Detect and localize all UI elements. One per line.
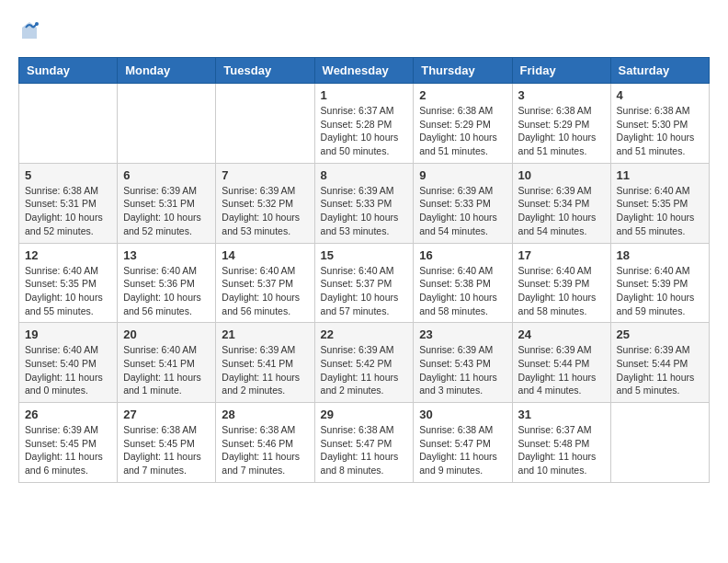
day-info: Sunrise: 6:37 AM Sunset: 5:28 PM Dayligh… — [321, 104, 408, 158]
calendar-cell: 16Sunrise: 6:40 AM Sunset: 5:38 PM Dayli… — [414, 243, 512, 323]
calendar-cell: 22Sunrise: 6:39 AM Sunset: 5:42 PM Dayli… — [314, 323, 414, 403]
day-info: Sunrise: 6:39 AM Sunset: 5:43 PM Dayligh… — [419, 343, 506, 397]
calendar-cell: 4Sunrise: 6:38 AM Sunset: 5:30 PM Daylig… — [610, 84, 709, 164]
day-info: Sunrise: 6:38 AM Sunset: 5:29 PM Dayligh… — [419, 104, 506, 158]
calendar-cell: 29Sunrise: 6:38 AM Sunset: 5:47 PM Dayli… — [314, 403, 414, 483]
day-info: Sunrise: 6:39 AM Sunset: 5:34 PM Dayligh… — [518, 184, 605, 238]
logo — [18, 18, 46, 42]
day-number: 19 — [25, 327, 111, 341]
calendar-cell: 6Sunrise: 6:39 AM Sunset: 5:31 PM Daylig… — [118, 163, 216, 243]
calendar-cell: 19Sunrise: 6:40 AM Sunset: 5:40 PM Dayli… — [19, 323, 118, 403]
day-number: 26 — [25, 408, 111, 421]
day-info: Sunrise: 6:38 AM Sunset: 5:29 PM Dayligh… — [518, 104, 605, 158]
calendar-cell: 13Sunrise: 6:40 AM Sunset: 5:36 PM Dayli… — [118, 243, 216, 323]
day-number: 28 — [222, 408, 308, 421]
week-row-3: 12Sunrise: 6:40 AM Sunset: 5:35 PM Dayli… — [19, 243, 710, 323]
calendar-cell — [216, 84, 314, 164]
weekday-header-wednesday: Wednesday — [314, 58, 414, 84]
calendar-cell: 31Sunrise: 6:37 AM Sunset: 5:48 PM Dayli… — [512, 403, 610, 483]
day-info: Sunrise: 6:40 AM Sunset: 5:37 PM Dayligh… — [321, 264, 408, 318]
day-info: Sunrise: 6:39 AM Sunset: 5:42 PM Dayligh… — [321, 343, 408, 397]
day-info: Sunrise: 6:40 AM Sunset: 5:37 PM Dayligh… — [222, 264, 308, 318]
day-number: 13 — [123, 248, 210, 262]
day-info: Sunrise: 6:38 AM Sunset: 5:45 PM Dayligh… — [123, 423, 210, 477]
calendar-cell: 17Sunrise: 6:40 AM Sunset: 5:39 PM Dayli… — [512, 243, 610, 323]
day-info: Sunrise: 6:40 AM Sunset: 5:39 PM Dayligh… — [518, 264, 605, 318]
calendar-cell: 3Sunrise: 6:38 AM Sunset: 5:29 PM Daylig… — [512, 84, 610, 164]
day-info: Sunrise: 6:39 AM Sunset: 5:32 PM Dayligh… — [222, 184, 308, 238]
svg-point-0 — [35, 22, 39, 26]
day-number: 10 — [518, 168, 605, 182]
day-number: 23 — [419, 327, 506, 341]
week-row-4: 19Sunrise: 6:40 AM Sunset: 5:40 PM Dayli… — [19, 323, 710, 403]
calendar-cell: 11Sunrise: 6:40 AM Sunset: 5:35 PM Dayli… — [610, 163, 709, 243]
calendar-cell: 8Sunrise: 6:39 AM Sunset: 5:33 PM Daylig… — [314, 163, 414, 243]
calendar-cell — [118, 84, 216, 164]
calendar-cell: 18Sunrise: 6:40 AM Sunset: 5:39 PM Dayli… — [610, 243, 709, 323]
day-number: 16 — [419, 248, 506, 262]
weekday-header-thursday: Thursday — [414, 58, 512, 84]
calendar-cell: 5Sunrise: 6:38 AM Sunset: 5:31 PM Daylig… — [19, 163, 118, 243]
calendar-cell: 30Sunrise: 6:38 AM Sunset: 5:47 PM Dayli… — [414, 403, 512, 483]
day-info: Sunrise: 6:38 AM Sunset: 5:46 PM Dayligh… — [222, 423, 308, 477]
calendar-cell: 1Sunrise: 6:37 AM Sunset: 5:28 PM Daylig… — [314, 84, 414, 164]
day-info: Sunrise: 6:40 AM Sunset: 5:41 PM Dayligh… — [123, 343, 210, 397]
calendar-cell: 2Sunrise: 6:38 AM Sunset: 5:29 PM Daylig… — [414, 84, 512, 164]
day-info: Sunrise: 6:38 AM Sunset: 5:47 PM Dayligh… — [321, 423, 408, 477]
logo-icon — [18, 20, 40, 42]
calendar-cell: 12Sunrise: 6:40 AM Sunset: 5:35 PM Dayli… — [19, 243, 118, 323]
day-info: Sunrise: 6:38 AM Sunset: 5:30 PM Dayligh… — [617, 104, 703, 158]
day-info: Sunrise: 6:39 AM Sunset: 5:44 PM Dayligh… — [518, 343, 605, 397]
day-number: 27 — [123, 408, 210, 421]
week-row-5: 26Sunrise: 6:39 AM Sunset: 5:45 PM Dayli… — [19, 403, 710, 483]
day-info: Sunrise: 6:39 AM Sunset: 5:41 PM Dayligh… — [222, 343, 308, 397]
calendar-cell: 7Sunrise: 6:39 AM Sunset: 5:32 PM Daylig… — [216, 163, 314, 243]
day-number: 17 — [518, 248, 605, 262]
day-number: 12 — [25, 248, 111, 262]
calendar-cell: 25Sunrise: 6:39 AM Sunset: 5:44 PM Dayli… — [610, 323, 709, 403]
day-number: 25 — [617, 327, 703, 341]
day-number: 9 — [419, 168, 506, 182]
day-info: Sunrise: 6:39 AM Sunset: 5:44 PM Dayligh… — [617, 343, 703, 397]
day-number: 20 — [123, 327, 210, 341]
day-info: Sunrise: 6:39 AM Sunset: 5:33 PM Dayligh… — [419, 184, 506, 238]
day-number: 29 — [321, 408, 408, 421]
weekday-header-friday: Friday — [512, 58, 610, 84]
day-number: 2 — [419, 88, 506, 102]
calendar-cell: 14Sunrise: 6:40 AM Sunset: 5:37 PM Dayli… — [216, 243, 314, 323]
page-header — [18, 18, 710, 42]
calendar-cell: 24Sunrise: 6:39 AM Sunset: 5:44 PM Dayli… — [512, 323, 610, 403]
day-number: 24 — [518, 327, 605, 341]
day-number: 11 — [617, 168, 703, 182]
day-number: 3 — [518, 88, 605, 102]
day-info: Sunrise: 6:39 AM Sunset: 5:45 PM Dayligh… — [25, 423, 111, 477]
day-info: Sunrise: 6:40 AM Sunset: 5:40 PM Dayligh… — [25, 343, 111, 397]
weekday-header-sunday: Sunday — [19, 58, 118, 84]
calendar-cell: 9Sunrise: 6:39 AM Sunset: 5:33 PM Daylig… — [414, 163, 512, 243]
day-number: 8 — [321, 168, 408, 182]
calendar-table: SundayMondayTuesdayWednesdayThursdayFrid… — [18, 57, 710, 483]
day-number: 7 — [222, 168, 308, 182]
calendar-cell: 26Sunrise: 6:39 AM Sunset: 5:45 PM Dayli… — [19, 403, 118, 483]
day-number: 31 — [518, 408, 605, 421]
calendar-cell: 15Sunrise: 6:40 AM Sunset: 5:37 PM Dayli… — [314, 243, 414, 323]
day-info: Sunrise: 6:39 AM Sunset: 5:31 PM Dayligh… — [123, 184, 210, 238]
weekday-header-row: SundayMondayTuesdayWednesdayThursdayFrid… — [19, 58, 710, 84]
day-info: Sunrise: 6:38 AM Sunset: 5:47 PM Dayligh… — [419, 423, 506, 477]
calendar-cell: 23Sunrise: 6:39 AM Sunset: 5:43 PM Dayli… — [414, 323, 512, 403]
day-info: Sunrise: 6:40 AM Sunset: 5:39 PM Dayligh… — [617, 264, 703, 318]
weekday-header-tuesday: Tuesday — [216, 58, 314, 84]
calendar-cell: 27Sunrise: 6:38 AM Sunset: 5:45 PM Dayli… — [118, 403, 216, 483]
weekday-header-monday: Monday — [118, 58, 216, 84]
day-info: Sunrise: 6:37 AM Sunset: 5:48 PM Dayligh… — [518, 423, 605, 477]
day-number: 22 — [321, 327, 408, 341]
day-number: 21 — [222, 327, 308, 341]
day-number: 30 — [419, 408, 506, 421]
calendar-cell: 20Sunrise: 6:40 AM Sunset: 5:41 PM Dayli… — [118, 323, 216, 403]
day-number: 6 — [123, 168, 210, 182]
day-info: Sunrise: 6:40 AM Sunset: 5:38 PM Dayligh… — [419, 264, 506, 318]
week-row-1: 1Sunrise: 6:37 AM Sunset: 5:28 PM Daylig… — [19, 84, 710, 164]
day-number: 1 — [321, 88, 408, 102]
calendar-cell — [19, 84, 118, 164]
day-number: 15 — [321, 248, 408, 262]
